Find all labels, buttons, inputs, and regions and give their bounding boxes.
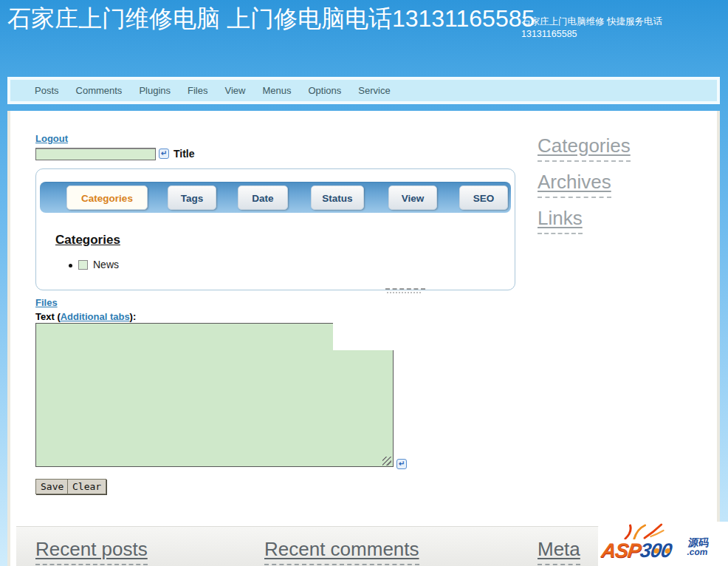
nav-item-view[interactable]: View bbox=[224, 85, 245, 96]
resize-handle[interactable] bbox=[382, 457, 391, 466]
sidebar-heading-links[interactable]: Links bbox=[538, 207, 583, 234]
nav-item-options[interactable]: Options bbox=[308, 85, 341, 96]
post-options-panel: Categories Tags Date Status View SEO Cat… bbox=[35, 168, 515, 290]
nav-item-posts[interactable]: Posts bbox=[35, 85, 59, 96]
tab-status[interactable]: Status bbox=[311, 185, 364, 210]
main-nav-frame: Posts Comments Plugins Files View Menus … bbox=[7, 77, 720, 104]
nav-item-files[interactable]: Files bbox=[188, 85, 207, 96]
title-input[interactable] bbox=[35, 148, 156, 160]
title-field-label: Title bbox=[174, 148, 195, 160]
site-subtitle-line1: 石家庄上门电脑维修 快捷服务电话 bbox=[521, 16, 662, 28]
tab-tags[interactable]: Tags bbox=[168, 185, 216, 210]
clear-button[interactable]: Clear bbox=[67, 479, 106, 494]
asp300-watermark: ASP300 源码 .com bbox=[598, 522, 728, 566]
nav-item-plugins[interactable]: Plugins bbox=[139, 85, 171, 96]
footer-heading-recent-comments[interactable]: Recent comments bbox=[264, 538, 419, 565]
footer-heading-meta[interactable]: Meta bbox=[538, 538, 580, 565]
tab-view[interactable]: View bbox=[388, 185, 437, 210]
page: 石家庄上门维修电脑 上门修电脑电话13131165585 石家庄上门电脑维修 快… bbox=[0, 0, 728, 566]
files-link[interactable]: Files bbox=[35, 297, 58, 308]
list-bullet bbox=[69, 264, 72, 267]
panel-tabbar: Categories Tags Date Status View SEO bbox=[40, 182, 511, 213]
text-label-suffix: ): bbox=[130, 311, 137, 322]
nav-item-service[interactable]: Service bbox=[358, 85, 390, 96]
news-checkbox[interactable] bbox=[78, 260, 88, 270]
categories-heading: Categories bbox=[55, 233, 120, 248]
asp300-asp: ASP bbox=[600, 539, 642, 562]
additional-tabs-link[interactable]: Additional tabs bbox=[61, 311, 130, 322]
tab-date[interactable]: Date bbox=[238, 185, 288, 210]
site-subtitle-line2: 13131165585 bbox=[521, 28, 662, 41]
main-nav: Posts Comments Plugins Files View Menus … bbox=[10, 80, 717, 101]
flame-icon bbox=[622, 523, 667, 539]
asp300-num: 300 bbox=[639, 539, 673, 562]
nav-item-comments[interactable]: Comments bbox=[76, 85, 123, 96]
nav-item-menus[interactable]: Menus bbox=[262, 85, 291, 96]
sidebar-heading-archives[interactable]: Archives bbox=[538, 171, 611, 198]
sidebar-heading-categories[interactable]: Categories bbox=[538, 134, 631, 162]
asp300-side: 源码 .com bbox=[686, 538, 710, 557]
tab-categories[interactable]: Categories bbox=[66, 185, 148, 210]
asp300-logo: ASP300 源码 .com bbox=[598, 523, 728, 565]
logout-link[interactable]: Logout bbox=[35, 133, 68, 144]
content-left-edge bbox=[7, 111, 10, 566]
site-title: 石家庄上门维修电脑 上门修电脑电话13131165585 bbox=[7, 3, 535, 35]
site-subtitle: 石家庄上门电脑维修 快捷服务电话 13131165585 bbox=[521, 16, 662, 41]
white-patch bbox=[333, 316, 457, 350]
content-right-edge bbox=[717, 111, 720, 566]
text-label-prefix: Text ( bbox=[35, 311, 61, 322]
asp300-com: .com bbox=[686, 548, 708, 557]
footer-heading-recent-posts[interactable]: Recent posts bbox=[35, 538, 148, 565]
asp300-wordmark: ASP300 bbox=[600, 539, 673, 562]
tab-seo[interactable]: SEO bbox=[459, 185, 508, 210]
enter-icon[interactable]: ↵ bbox=[159, 149, 169, 159]
enter-icon[interactable]: ↵ bbox=[396, 459, 407, 469]
text-field-label: Text (Additional tabs): bbox=[35, 311, 136, 322]
save-button[interactable]: Save bbox=[35, 479, 69, 494]
category-item-label: News bbox=[93, 259, 119, 270]
content-area: Logout ↵ Title Categories Tags Date Stat… bbox=[7, 111, 720, 566]
erased-watermark-remnant bbox=[385, 288, 425, 293]
